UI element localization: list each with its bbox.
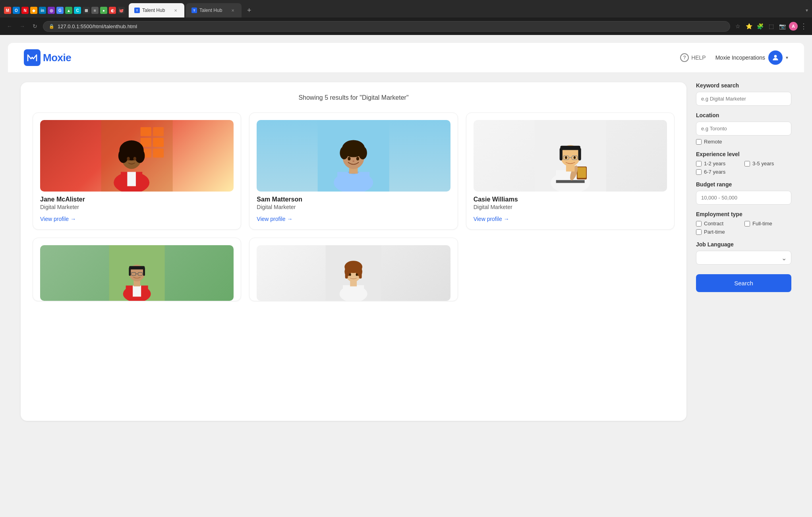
logo-icon — [24, 49, 41, 66]
svg-point-44 — [573, 156, 575, 159]
reload-button[interactable]: ↻ — [30, 21, 40, 31]
ext-icon-13: ◐ — [109, 7, 116, 14]
view-profile-link-casie[interactable]: View profile → — [474, 216, 667, 222]
svg-rect-49 — [133, 281, 140, 286]
job-language-select[interactable]: English French Spanish — [696, 251, 791, 265]
exp-1-2-checkbox[interactable] — [696, 161, 702, 167]
remote-label[interactable]: Remote — [704, 139, 722, 145]
svg-rect-7 — [153, 149, 164, 158]
linkedin-ext-icon: in — [39, 7, 46, 14]
user-name: Moxie Incoperations — [715, 54, 765, 61]
tab-favicon-1: T — [134, 8, 140, 13]
profiles-grid-row2 — [33, 238, 675, 301]
exp-6-7-checkbox[interactable] — [696, 169, 702, 175]
filter-employment: Employment type Contract Full-time Part-… — [696, 211, 791, 235]
screenshot-icon[interactable]: 📷 — [778, 22, 787, 31]
ext-icon-10: ⊞ — [83, 7, 90, 14]
keyword-input[interactable] — [696, 92, 791, 106]
user-dropdown-arrow[interactable]: ▾ — [786, 55, 788, 60]
view-profile-link-sam[interactable]: View profile → — [257, 216, 450, 222]
view-profile-link-jane[interactable]: View profile → — [40, 216, 234, 222]
profile-photo-sam — [257, 120, 450, 192]
contract-row: Contract — [696, 221, 743, 227]
profile-photo-casie — [474, 120, 667, 192]
security-lock-icon: 🔒 — [49, 24, 54, 29]
svg-rect-37 — [560, 146, 580, 150]
svg-rect-53 — [143, 267, 145, 276]
ext-icon-6: ◎ — [48, 7, 55, 14]
profile-photo-5 — [257, 245, 450, 301]
star-icon[interactable]: ⭐ — [744, 22, 753, 31]
svg-point-43 — [565, 156, 567, 159]
exp-6-7-label: 6-7 years — [704, 169, 725, 175]
address-bar-input-wrap[interactable]: 🔒 127.0.0.1:5500/html/talenthub.html — [43, 21, 730, 32]
svg-rect-10 — [127, 172, 136, 186]
location-input[interactable] — [696, 122, 791, 136]
browser-expand-btn[interactable]: ▾ — [806, 8, 808, 13]
exp-1-2-row: 1-2 years — [696, 161, 743, 167]
search-button[interactable]: Search — [696, 274, 791, 292]
help-button[interactable]: ? HELP — [680, 53, 706, 62]
cast-icon[interactable]: ⬚ — [767, 22, 775, 31]
new-tab-button[interactable]: + — [243, 4, 255, 17]
exp-3-5-checkbox[interactable] — [744, 161, 750, 167]
user-info[interactable]: Moxie Incoperations ▾ — [715, 50, 788, 65]
fulltime-label: Full-time — [752, 221, 772, 227]
profile-photo-4 — [40, 245, 234, 301]
browser-tab-2[interactable]: T Talent Hub ✕ — [186, 3, 242, 17]
exp-3-5-row: 3-5 years — [744, 161, 791, 167]
profile-name-sam: Sam Matterson Digital Marketer — [257, 196, 450, 210]
svg-rect-38 — [559, 148, 562, 161]
bookmark-icon[interactable]: ☆ — [733, 22, 742, 31]
budget-label: Budget range — [696, 181, 791, 188]
extension-icon[interactable]: 🧩 — [756, 22, 764, 31]
tab-close-btn-1[interactable]: ✕ — [172, 7, 179, 14]
svg-point-14 — [135, 149, 145, 163]
browser-tab-active[interactable]: T Talent Hub ✕ — [129, 3, 184, 17]
page-wrapper: Moxie ? HELP Moxie Incoperations ▾ — [0, 35, 812, 517]
logo-text: Moxie — [43, 52, 71, 64]
browser-right-icons: ☆ ⭐ 🧩 ⬚ 📷 A ⋮ — [733, 22, 807, 31]
exp-3-5-label: 3-5 years — [752, 161, 774, 167]
results-area: Showing 5 results for "Digital Marketer" — [21, 82, 686, 421]
nav-right: ? HELP Moxie Incoperations ▾ — [680, 50, 788, 65]
profile-card-sam: Sam Matterson Digital Marketer View prof… — [249, 112, 458, 230]
logo[interactable]: Moxie — [24, 49, 71, 66]
ext-icon-4: ◆ — [30, 7, 37, 14]
profiles-grid-row1: Jane McAlister Digital Marketer View pro… — [33, 112, 675, 230]
address-text: 127.0.0.1:5500/html/talenthub.html — [58, 23, 137, 29]
profile-name-jane: Jane McAlister Digital Marketer — [40, 196, 234, 210]
profile-card-empty — [466, 238, 675, 301]
ext-icon-8: ▲ — [65, 7, 72, 14]
help-label: HELP — [691, 54, 706, 61]
ext-icon-9: C — [74, 7, 81, 14]
browser-extensions: M O N ◆ in ◎ G ▲ C ⊞ ≡ ● ◐ 🐙 — [4, 7, 125, 14]
contract-checkbox[interactable] — [696, 221, 702, 227]
user-profile-avatar[interactable]: A — [789, 22, 798, 31]
user-avatar — [768, 50, 783, 65]
svg-point-24 — [359, 147, 367, 159]
svg-point-0 — [774, 55, 777, 58]
svg-rect-39 — [578, 148, 581, 161]
netflix-ext-icon: N — [21, 7, 29, 14]
svg-point-68 — [356, 273, 358, 276]
parttime-label: Part-time — [704, 229, 725, 235]
help-circle-icon: ? — [680, 53, 689, 62]
tab-label-1: Talent Hub — [142, 8, 165, 13]
svg-point-25 — [348, 157, 351, 161]
budget-input[interactable] — [696, 191, 791, 205]
browser-more-button[interactable]: ⋮ — [800, 22, 807, 31]
profile-name-casie: Casie Williams Digital Marketer — [474, 196, 667, 210]
exp-6-7-row: 6-7 years — [696, 169, 743, 175]
tab-close-btn-2[interactable]: ✕ — [230, 7, 236, 14]
fulltime-checkbox[interactable] — [744, 221, 750, 227]
back-button[interactable]: ← — [5, 21, 14, 31]
location-label: Location — [696, 112, 791, 118]
remote-checkbox-row: Remote — [696, 139, 791, 145]
filter-keyword: Keyword search — [696, 82, 791, 106]
job-language-select-wrap: English French Spanish — [696, 251, 791, 265]
parttime-checkbox[interactable] — [696, 229, 702, 235]
forward-button[interactable]: → — [17, 21, 27, 31]
browser-address-bar: ← → ↻ 🔒 127.0.0.1:5500/html/talenthub.ht… — [0, 17, 812, 35]
remote-checkbox[interactable] — [696, 139, 702, 145]
